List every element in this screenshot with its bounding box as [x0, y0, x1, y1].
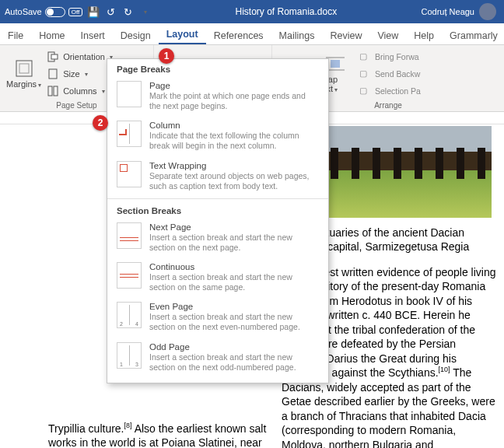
svg-rect-4: [49, 69, 57, 79]
tab-view[interactable]: View: [369, 26, 406, 44]
autosave-toggle[interactable]: AutoSave Off: [5, 7, 82, 17]
odd-page-break-icon: 13: [117, 342, 142, 369]
tab-insert[interactable]: Insert: [73, 26, 113, 44]
undo-icon[interactable]: ↺: [104, 5, 117, 18]
svg-rect-12: [331, 60, 340, 68]
avatar[interactable]: [479, 3, 496, 20]
columns-button[interactable]: Columns: [44, 83, 116, 99]
orientation-icon: [47, 51, 60, 62]
margins-button[interactable]: Margins: [6, 48, 41, 100]
tab-file[interactable]: File: [0, 26, 31, 44]
tab-design[interactable]: Design: [113, 26, 159, 44]
margins-icon: [13, 59, 35, 78]
svg-rect-0: [16, 61, 32, 76]
svg-rect-6: [54, 86, 58, 96]
tab-grammarly[interactable]: Grammarly: [442, 26, 504, 44]
title-bar: AutoSave Off 💾 ↺ ↻ History of Romania.do…: [0, 0, 504, 23]
dd-item-odd-page[interactable]: 13 Odd PageInsert a section break and st…: [107, 338, 328, 378]
dd-item-next-page[interactable]: Next PageInsert a section break and star…: [107, 219, 328, 258]
svg-rect-3: [51, 54, 58, 59]
text-wrapping-break-icon: [117, 161, 142, 187]
document-title: History of Romania.docx: [151, 6, 421, 17]
send-backward-button[interactable]: ▢Send Backw: [356, 66, 424, 82]
dd-item-text-wrapping[interactable]: Text WrappingSeparate text around object…: [107, 157, 328, 197]
dd-item-even-page[interactable]: 24 Even PageInsert a section break and s…: [107, 298, 328, 338]
send-backward-icon: ▢: [359, 68, 372, 79]
tab-help[interactable]: Help: [406, 26, 442, 44]
selection-pane-button[interactable]: ▢Selection Pa: [356, 83, 424, 99]
dd-item-continuous[interactable]: ContinuousInsert a section break and sta…: [107, 258, 328, 298]
tab-home[interactable]: Home: [31, 26, 72, 44]
tab-review[interactable]: Review: [322, 26, 369, 44]
breaks-dropdown: Page Breaks PageMark the point at which …: [107, 58, 329, 383]
continuous-break-icon: [117, 262, 142, 289]
selection-pane-icon: ▢: [359, 86, 372, 96]
size-icon: [47, 68, 60, 79]
dd-item-column[interactable]: ColumnIndicate that the text following t…: [107, 117, 328, 156]
callout-2: 2: [93, 115, 108, 131]
columns-icon: [47, 86, 60, 96]
orientation-button[interactable]: Orientation: [44, 49, 116, 65]
dd-section-section-breaks: Section Breaks: [107, 201, 328, 219]
save-icon[interactable]: 💾: [87, 5, 100, 18]
svg-rect-1: [19, 64, 29, 73]
tab-mailings[interactable]: Mailings: [271, 26, 323, 44]
page-break-icon: [117, 81, 142, 107]
even-page-break-icon: 24: [117, 302, 142, 328]
tab-references[interactable]: References: [206, 26, 271, 44]
bring-forward-icon: ▢: [359, 51, 372, 62]
left-tail-paragraph: Trypillia culture.[8] Also the earliest …: [48, 422, 271, 448]
dd-section-page-breaks: Page Breaks: [107, 59, 328, 77]
column-break-icon: [117, 121, 142, 147]
next-page-break-icon: [117, 222, 142, 249]
tab-layout[interactable]: Layout: [159, 25, 206, 44]
qat-more-icon[interactable]: [138, 5, 151, 18]
callout-1: 1: [159, 48, 174, 64]
svg-rect-5: [48, 86, 52, 96]
redo-icon[interactable]: ↻: [121, 5, 134, 18]
bring-forward-button[interactable]: ▢Bring Forwa: [356, 49, 424, 65]
user-name: Codruț Neagu: [422, 7, 475, 16]
dd-item-page[interactable]: PageMark the point at which one page end…: [107, 77, 328, 117]
ribbon-tabs: File Home Insert Design Layout Reference…: [0, 23, 504, 45]
size-button[interactable]: Size: [44, 66, 116, 82]
